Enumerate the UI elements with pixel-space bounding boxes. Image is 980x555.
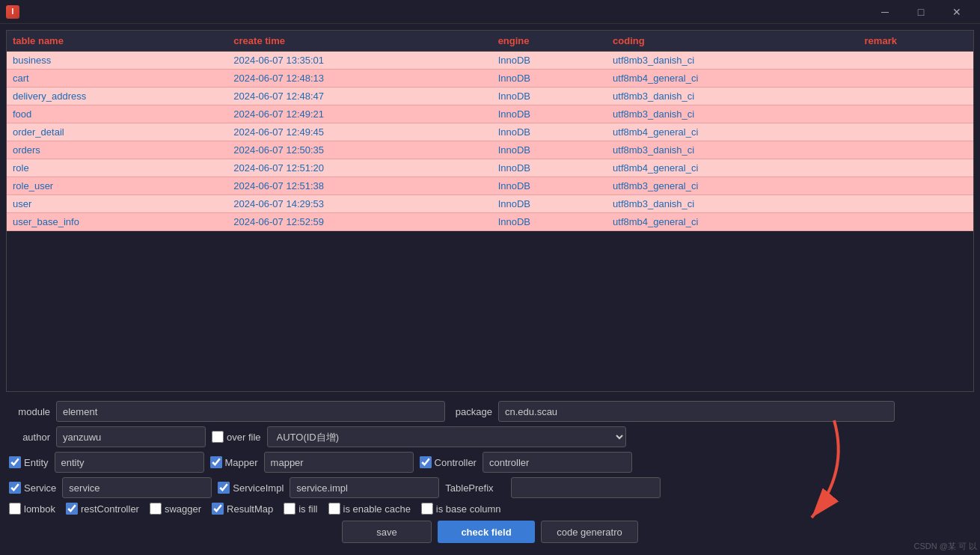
author-label: author — [9, 432, 50, 443]
isfill-checkbox[interactable] — [284, 503, 295, 515]
table-cell-tableName: user_base_info — [7, 213, 227, 231]
over-file-label: over file — [227, 432, 261, 443]
entity-checkbox-item[interactable]: Entity — [9, 456, 49, 468]
isbasecolumn-checkbox-item[interactable]: is base column — [421, 503, 501, 515]
title-bar-left: I — [6, 5, 19, 19]
table-cell-createTime: 2024-06-07 12:48:13 — [227, 70, 491, 88]
author-input[interactable] — [56, 426, 206, 447]
isfill-label: is fill — [298, 503, 317, 515]
table-cell-createTime: 2024-06-07 13:35:01 — [227, 52, 491, 70]
minimize-button[interactable]: ─ — [868, 0, 902, 24]
entity-input[interactable] — [55, 452, 204, 473]
table-cell-createTime: 2024-06-07 12:51:20 — [227, 159, 491, 177]
package-label: package — [451, 406, 492, 417]
table-cell-engine: InnoDB — [492, 105, 607, 123]
table-row[interactable]: user2024-06-07 14:29:53InnoDButf8mb3_dan… — [7, 195, 973, 213]
table-cell-coding: utf8mb3_general_ci — [607, 177, 858, 195]
table-cell-tableName: business — [7, 52, 227, 70]
col-header-coding: coding — [607, 31, 858, 52]
over-file-checkbox[interactable] — [212, 431, 224, 443]
title-bar-controls: ─ □ ✕ — [868, 0, 974, 24]
table-cell-tableName: order_detail — [7, 123, 227, 141]
table-cell-engine: InnoDB — [492, 70, 607, 88]
table-row[interactable]: user_base_info2024-06-07 12:52:59InnoDBu… — [7, 213, 973, 231]
table-container[interactable]: table name create time engine coding rem… — [6, 30, 974, 392]
controller-checkbox[interactable] — [420, 456, 432, 468]
save-button[interactable]: save — [342, 521, 432, 543]
check-field-button[interactable]: check field — [438, 521, 535, 543]
resultmap-checkbox[interactable] — [212, 503, 224, 515]
service-checkbox-item[interactable]: Service — [9, 482, 56, 494]
tableprefix-input[interactable] — [511, 477, 661, 498]
lombok-label: lombok — [24, 503, 55, 515]
mapper-checkbox[interactable] — [210, 456, 222, 468]
table-cell-remark — [859, 213, 973, 231]
serviceimpl-checkbox[interactable] — [218, 482, 230, 494]
table-row[interactable]: cart2024-06-07 12:48:13InnoDButf8mb4_gen… — [7, 70, 973, 88]
table-cell-engine: InnoDB — [492, 123, 607, 141]
mapper-checkbox-item[interactable]: Mapper — [210, 456, 258, 468]
table-row[interactable]: role_user2024-06-07 12:51:38InnoDButf8mb… — [7, 177, 973, 195]
serviceimpl-input[interactable] — [290, 477, 439, 498]
controller-checkbox-item[interactable]: Controller — [420, 456, 477, 468]
module-input[interactable] — [56, 401, 445, 422]
table-cell-coding: utf8mb3_danish_ci — [607, 141, 858, 159]
table-row[interactable]: food2024-06-07 12:49:21InnoDButf8mb3_dan… — [7, 105, 973, 123]
restcontroller-checkbox[interactable] — [66, 503, 78, 515]
restcontroller-checkbox-item[interactable]: restController — [66, 503, 139, 515]
mapper-input[interactable] — [264, 452, 414, 473]
table-cell-coding: utf8mb4_general_ci — [607, 70, 858, 88]
isenablecache-checkbox-item[interactable]: is enable cache — [328, 503, 411, 515]
isenablecache-checkbox[interactable] — [328, 503, 340, 515]
resultmap-label: ResultMap — [227, 503, 273, 515]
serviceimpl-checkbox-item[interactable]: ServiceImpl — [218, 482, 284, 494]
table-row[interactable]: orders2024-06-07 12:50:35InnoDButf8mb3_d… — [7, 141, 973, 159]
table-cell-tableName: food — [7, 105, 227, 123]
service-row: Service ServiceImpl TablePrefix — [9, 477, 971, 498]
main-content: table name create time engine coding rem… — [0, 24, 980, 555]
swagger-checkbox[interactable] — [150, 503, 162, 515]
table-row[interactable]: business2024-06-07 13:35:01InnoDButf8mb3… — [7, 52, 973, 70]
resultmap-checkbox-item[interactable]: ResultMap — [212, 503, 273, 515]
maximize-button[interactable]: □ — [904, 0, 938, 24]
table-row[interactable]: order_detail2024-06-07 12:49:45InnoDButf… — [7, 123, 973, 141]
package-input[interactable] — [498, 401, 895, 422]
table-cell-createTime: 2024-06-07 12:52:59 — [227, 213, 491, 231]
table-cell-remark — [859, 177, 973, 195]
isbasecolumn-checkbox[interactable] — [421, 503, 433, 515]
auto-increment-select[interactable]: AUTO(ID自增) — [267, 426, 626, 447]
table-header-row: table name create time engine coding rem… — [7, 31, 973, 52]
table-cell-coding: utf8mb3_danish_ci — [607, 52, 858, 70]
controller-input[interactable] — [483, 452, 632, 473]
table-cell-engine: InnoDB — [492, 141, 607, 159]
app-icon: I — [6, 5, 19, 19]
table-row[interactable]: delivery_address2024-06-07 12:48:47InnoD… — [7, 88, 973, 105]
lombok-checkbox[interactable] — [9, 503, 21, 515]
table-cell-remark — [859, 123, 973, 141]
table-cell-coding: utf8mb3_danish_ci — [607, 105, 858, 123]
code-generator-button[interactable]: code generatro — [541, 521, 638, 543]
action-buttons-row: save check field code generatro — [9, 519, 971, 545]
entity-checkbox[interactable] — [9, 456, 21, 468]
table-cell-coding: utf8mb4_general_ci — [607, 213, 858, 231]
close-button[interactable]: ✕ — [940, 0, 974, 24]
table-cell-createTime: 2024-06-07 12:50:35 — [227, 141, 491, 159]
entity-label: Entity — [24, 457, 49, 468]
service-input[interactable] — [62, 477, 212, 498]
isfill-checkbox-item[interactable]: is fill — [284, 503, 317, 515]
table-cell-coding: utf8mb3_danish_ci — [607, 88, 858, 105]
swagger-checkbox-item[interactable]: swagger — [150, 503, 201, 515]
over-file-checkbox-item[interactable]: over file — [212, 431, 261, 443]
table-cell-createTime: 2024-06-07 12:51:38 — [227, 177, 491, 195]
tableprefix-label: TablePrefix — [445, 482, 505, 494]
table-cell-tableName: orders — [7, 141, 227, 159]
mapper-label: Mapper — [225, 457, 258, 468]
swagger-label: swagger — [165, 503, 201, 515]
lombok-checkbox-item[interactable]: lombok — [9, 503, 55, 515]
table-cell-engine: InnoDB — [492, 195, 607, 213]
col-header-engine: engine — [492, 31, 607, 52]
table-cell-engine: InnoDB — [492, 177, 607, 195]
table-cell-createTime: 2024-06-07 14:29:53 — [227, 195, 491, 213]
service-checkbox[interactable] — [9, 482, 21, 494]
table-row[interactable]: role2024-06-07 12:51:20InnoDButf8mb4_gen… — [7, 159, 973, 177]
